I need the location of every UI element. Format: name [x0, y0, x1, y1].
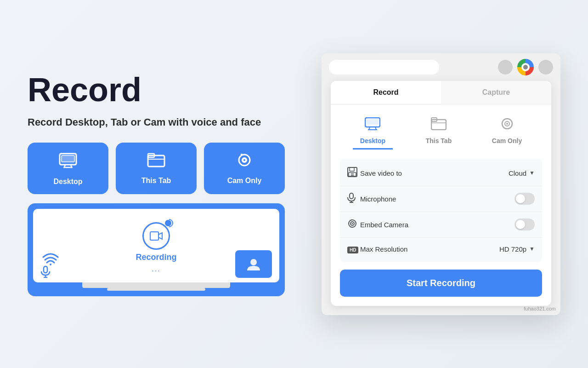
- svg-rect-15: [150, 232, 158, 240]
- max-resolution-label: Max Resolution: [360, 245, 499, 253]
- resolution-dropdown[interactable]: HD 720p ▼: [499, 245, 535, 253]
- this-tab-label: This Tab: [141, 177, 171, 185]
- svg-marker-16: [158, 233, 162, 239]
- left-panel: Record Record Desktop, Tab or Cam with v…: [28, 72, 285, 296]
- resolution-value: HD 720p: [499, 245, 526, 253]
- rec-video-icon: [142, 222, 170, 250]
- svg-rect-30: [350, 167, 354, 171]
- embed-camera-icon: [347, 218, 360, 231]
- browser-search-bar: [329, 60, 439, 75]
- options-section: Save video to Cloud ▼: [340, 159, 542, 262]
- mic-icon: [40, 266, 51, 280]
- popup: Record Capture: [331, 81, 551, 306]
- hd-badge: HD: [347, 247, 358, 253]
- hd-icon: HD: [347, 244, 360, 254]
- svg-point-11: [50, 264, 51, 265]
- browser-bar: [322, 53, 560, 81]
- option-embed-camera: Embed Camera: [340, 212, 542, 238]
- source-desktop-icon: [365, 117, 380, 133]
- extension-icon[interactable]: [517, 59, 534, 75]
- svg-point-17: [250, 259, 257, 265]
- svg-rect-31: [349, 172, 356, 176]
- source-desktop[interactable]: Desktop: [353, 114, 393, 150]
- source-cam-icon: [499, 117, 515, 133]
- cam-only-icon: [235, 153, 254, 171]
- option-microphone: Microphone: [340, 186, 542, 212]
- browser-window: Record Capture: [322, 53, 560, 315]
- recording-preview: Recording ...: [28, 203, 285, 296]
- source-tab-icon: [431, 117, 447, 133]
- embed-camera-toggle[interactable]: [514, 218, 535, 230]
- svg-point-10: [243, 159, 245, 161]
- source-cam-label: Cam Only: [492, 137, 522, 144]
- ext-icon-dot: [523, 65, 528, 69]
- browser-circle-1: [498, 60, 513, 75]
- save-video-chevron: ▼: [529, 170, 535, 176]
- recording-inner: Recording ...: [136, 222, 176, 273]
- cam-preview: [235, 250, 272, 278]
- browser-controls: [498, 59, 553, 75]
- source-desktop-label: Desktop: [360, 137, 385, 144]
- tab-record[interactable]: Record: [331, 81, 441, 104]
- desktop-icon: [59, 153, 77, 172]
- microphone-label: Microphone: [360, 195, 514, 203]
- svg-point-39: [352, 223, 353, 224]
- svg-rect-19: [367, 119, 379, 125]
- source-cam-only[interactable]: Cam Only: [485, 114, 529, 150]
- screen-base: [107, 288, 205, 291]
- resolution-chevron: ▼: [529, 246, 535, 252]
- desktop-label: Desktop: [53, 178, 82, 186]
- svg-rect-12: [44, 266, 47, 273]
- save-video-value: Cloud: [509, 169, 526, 177]
- screen-stand: [82, 282, 230, 288]
- source-tabs: Desktop This Tab: [340, 114, 542, 150]
- popup-tabs: Record Capture: [331, 81, 551, 104]
- save-video-label: Save video to: [360, 169, 509, 177]
- recording-label: Recording: [136, 253, 176, 262]
- this-tab-mode-button[interactable]: This Tab: [116, 143, 197, 194]
- svg-rect-1: [62, 155, 74, 162]
- source-this-tab[interactable]: This Tab: [418, 114, 459, 150]
- page-title: Record: [28, 72, 285, 108]
- microphone-toggle[interactable]: [514, 193, 535, 205]
- save-video-dropdown[interactable]: Cloud ▼: [509, 169, 535, 177]
- watermark: fuhao321.com: [524, 306, 556, 311]
- embed-camera-label: Embed Camera: [360, 221, 514, 229]
- option-save-video-to: Save video to Cloud ▼: [340, 161, 542, 186]
- save-icon: [347, 167, 360, 179]
- right-panel: Record Capture: [322, 53, 560, 315]
- svg-rect-34: [350, 193, 353, 199]
- source-this-tab-label: This Tab: [426, 137, 452, 144]
- desktop-mode-button[interactable]: Desktop: [28, 143, 108, 194]
- cam-only-mode-button[interactable]: Cam Only: [204, 143, 285, 194]
- mode-buttons: Desktop This Tab Cam Only: [28, 143, 285, 194]
- browser-circle-2: [538, 60, 553, 75]
- recording-dots: ...: [152, 265, 160, 273]
- cam-only-label: Cam Only: [227, 177, 262, 185]
- popup-body: Desktop This Tab: [331, 104, 551, 306]
- subtitle: Record Desktop, Tab or Cam with voice an…: [28, 115, 285, 130]
- svg-point-28: [506, 123, 508, 125]
- option-max-resolution: HD Max Resolution HD 720p ▼: [340, 238, 542, 260]
- microphone-icon: [347, 193, 360, 205]
- ext-icon-inner: [521, 63, 530, 71]
- start-recording-button[interactable]: Start Recording: [340, 270, 542, 297]
- tab-icon: [147, 153, 165, 171]
- tab-capture[interactable]: Capture: [441, 81, 551, 104]
- recording-screen: Recording ...: [33, 209, 279, 282]
